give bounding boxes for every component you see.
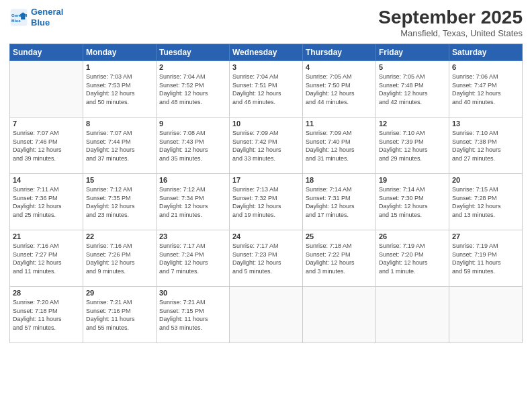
day-info: Sunrise: 7:10 AM Sunset: 7:38 PM Dayligh…	[452, 129, 519, 163]
calendar-table: Sunday Monday Tuesday Wednesday Thursday…	[9, 44, 523, 343]
day-info: Sunrise: 7:14 AM Sunset: 7:31 PM Dayligh…	[306, 185, 373, 219]
table-cell: 19Sunrise: 7:14 AM Sunset: 7:30 PM Dayli…	[376, 174, 449, 230]
day-info: Sunrise: 7:05 AM Sunset: 7:50 PM Dayligh…	[306, 73, 373, 106]
day-info: Sunrise: 7:19 AM Sunset: 7:19 PM Dayligh…	[452, 242, 519, 275]
day-number: 4	[306, 63, 373, 71]
header-wednesday: Wednesday	[230, 44, 303, 61]
day-info: Sunrise: 7:21 AM Sunset: 7:16 PM Dayligh…	[86, 298, 153, 332]
table-cell: 24Sunrise: 7:17 AM Sunset: 7:23 PM Dayli…	[230, 230, 303, 287]
day-number: 24	[232, 232, 300, 240]
table-cell: 23Sunrise: 7:17 AM Sunset: 7:24 PM Dayli…	[157, 230, 230, 287]
table-cell	[376, 287, 449, 343]
table-cell: 1Sunrise: 7:03 AM Sunset: 7:53 PM Daylig…	[83, 61, 157, 118]
logo-icon: General Blue	[9, 8, 28, 27]
table-cell	[10, 61, 83, 118]
table-cell: 3Sunrise: 7:04 AM Sunset: 7:51 PM Daylig…	[230, 61, 303, 118]
day-info: Sunrise: 7:15 AM Sunset: 7:28 PM Dayligh…	[452, 185, 519, 219]
day-number: 23	[159, 232, 226, 240]
table-cell: 29Sunrise: 7:21 AM Sunset: 7:16 PM Dayli…	[83, 287, 157, 343]
table-cell: 14Sunrise: 7:11 AM Sunset: 7:36 PM Dayli…	[10, 174, 83, 230]
day-number: 7	[13, 120, 80, 128]
table-cell: 21Sunrise: 7:16 AM Sunset: 7:27 PM Dayli…	[10, 230, 83, 287]
header-friday: Friday	[376, 44, 449, 61]
page: General Blue General Blue September 2025…	[0, 0, 532, 411]
day-number: 17	[232, 176, 300, 184]
header-sunday: Sunday	[10, 44, 83, 61]
table-cell: 27Sunrise: 7:19 AM Sunset: 7:19 PM Dayli…	[449, 230, 523, 287]
day-info: Sunrise: 7:13 AM Sunset: 7:32 PM Dayligh…	[232, 185, 300, 219]
table-cell	[230, 287, 303, 343]
table-cell: 20Sunrise: 7:15 AM Sunset: 7:28 PM Dayli…	[449, 174, 523, 230]
table-cell: 6Sunrise: 7:06 AM Sunset: 7:47 PM Daylig…	[449, 61, 523, 118]
week-row-2: 7Sunrise: 7:07 AM Sunset: 7:46 PM Daylig…	[10, 118, 523, 174]
day-number: 11	[306, 120, 373, 128]
day-info: Sunrise: 7:20 AM Sunset: 7:18 PM Dayligh…	[13, 298, 80, 332]
day-number: 27	[452, 232, 519, 240]
header-monday: Monday	[83, 44, 157, 61]
table-cell: 26Sunrise: 7:19 AM Sunset: 7:20 PM Dayli…	[376, 230, 449, 287]
table-cell: 5Sunrise: 7:05 AM Sunset: 7:48 PM Daylig…	[376, 61, 449, 118]
day-number: 16	[159, 176, 226, 184]
day-info: Sunrise: 7:19 AM Sunset: 7:20 PM Dayligh…	[379, 242, 446, 275]
day-info: Sunrise: 7:10 AM Sunset: 7:39 PM Dayligh…	[379, 129, 446, 163]
logo-text: General Blue	[31, 7, 63, 28]
day-info: Sunrise: 7:16 AM Sunset: 7:27 PM Dayligh…	[13, 242, 80, 275]
calendar-subtitle: Mansfield, Texas, United States	[378, 28, 523, 38]
day-info: Sunrise: 7:09 AM Sunset: 7:42 PM Dayligh…	[232, 129, 300, 163]
day-number: 22	[86, 232, 153, 240]
day-number: 10	[232, 120, 300, 128]
day-number: 5	[379, 63, 446, 71]
table-cell: 11Sunrise: 7:09 AM Sunset: 7:40 PM Dayli…	[303, 118, 376, 174]
day-number: 29	[86, 289, 153, 297]
day-info: Sunrise: 7:07 AM Sunset: 7:46 PM Dayligh…	[13, 129, 80, 163]
day-number: 6	[452, 63, 519, 71]
day-number: 30	[159, 289, 226, 297]
logo: General Blue General Blue	[9, 7, 63, 28]
table-cell	[303, 287, 376, 343]
day-info: Sunrise: 7:11 AM Sunset: 7:36 PM Dayligh…	[13, 185, 80, 219]
table-cell: 16Sunrise: 7:12 AM Sunset: 7:34 PM Dayli…	[157, 174, 230, 230]
table-cell: 7Sunrise: 7:07 AM Sunset: 7:46 PM Daylig…	[10, 118, 83, 174]
table-cell: 28Sunrise: 7:20 AM Sunset: 7:18 PM Dayli…	[10, 287, 83, 343]
day-info: Sunrise: 7:05 AM Sunset: 7:48 PM Dayligh…	[379, 73, 446, 106]
day-info: Sunrise: 7:12 AM Sunset: 7:34 PM Dayligh…	[159, 185, 226, 219]
day-info: Sunrise: 7:09 AM Sunset: 7:40 PM Dayligh…	[306, 129, 373, 163]
table-cell: 4Sunrise: 7:05 AM Sunset: 7:50 PM Daylig…	[303, 61, 376, 118]
day-info: Sunrise: 7:03 AM Sunset: 7:53 PM Dayligh…	[86, 73, 153, 106]
title-area: September 2025 Mansfield, Texas, United …	[378, 7, 523, 38]
header-tuesday: Tuesday	[157, 44, 230, 61]
day-info: Sunrise: 7:07 AM Sunset: 7:44 PM Dayligh…	[86, 129, 153, 163]
day-number: 3	[232, 63, 300, 71]
day-info: Sunrise: 7:04 AM Sunset: 7:52 PM Dayligh…	[159, 73, 226, 106]
day-number: 15	[86, 176, 153, 184]
day-info: Sunrise: 7:14 AM Sunset: 7:30 PM Dayligh…	[379, 185, 446, 219]
day-number: 8	[86, 120, 153, 128]
table-cell: 17Sunrise: 7:13 AM Sunset: 7:32 PM Dayli…	[230, 174, 303, 230]
day-number: 28	[13, 289, 80, 297]
calendar-header-row: Sunday Monday Tuesday Wednesday Thursday…	[10, 44, 523, 61]
table-cell: 22Sunrise: 7:16 AM Sunset: 7:26 PM Dayli…	[83, 230, 157, 287]
day-number: 19	[379, 176, 446, 184]
table-cell: 10Sunrise: 7:09 AM Sunset: 7:42 PM Dayli…	[230, 118, 303, 174]
svg-text:Blue: Blue	[11, 18, 21, 23]
table-cell: 8Sunrise: 7:07 AM Sunset: 7:44 PM Daylig…	[83, 118, 157, 174]
day-info: Sunrise: 7:17 AM Sunset: 7:23 PM Dayligh…	[232, 242, 300, 275]
day-number: 14	[13, 176, 80, 184]
day-info: Sunrise: 7:04 AM Sunset: 7:51 PM Dayligh…	[232, 73, 300, 106]
table-cell: 12Sunrise: 7:10 AM Sunset: 7:39 PM Dayli…	[376, 118, 449, 174]
header-thursday: Thursday	[303, 44, 376, 61]
week-row-1: 1Sunrise: 7:03 AM Sunset: 7:53 PM Daylig…	[10, 61, 523, 118]
day-info: Sunrise: 7:12 AM Sunset: 7:35 PM Dayligh…	[86, 185, 153, 219]
table-cell: 30Sunrise: 7:21 AM Sunset: 7:15 PM Dayli…	[157, 287, 230, 343]
table-cell: 15Sunrise: 7:12 AM Sunset: 7:35 PM Dayli…	[83, 174, 157, 230]
table-cell: 25Sunrise: 7:18 AM Sunset: 7:22 PM Dayli…	[303, 230, 376, 287]
day-info: Sunrise: 7:06 AM Sunset: 7:47 PM Dayligh…	[452, 73, 519, 106]
header-saturday: Saturday	[449, 44, 523, 61]
day-number: 20	[452, 176, 519, 184]
day-number: 2	[159, 63, 226, 71]
table-cell: 9Sunrise: 7:08 AM Sunset: 7:43 PM Daylig…	[157, 118, 230, 174]
day-info: Sunrise: 7:21 AM Sunset: 7:15 PM Dayligh…	[159, 298, 226, 332]
day-number: 25	[306, 232, 373, 240]
day-number: 21	[13, 232, 80, 240]
table-cell: 18Sunrise: 7:14 AM Sunset: 7:31 PM Dayli…	[303, 174, 376, 230]
